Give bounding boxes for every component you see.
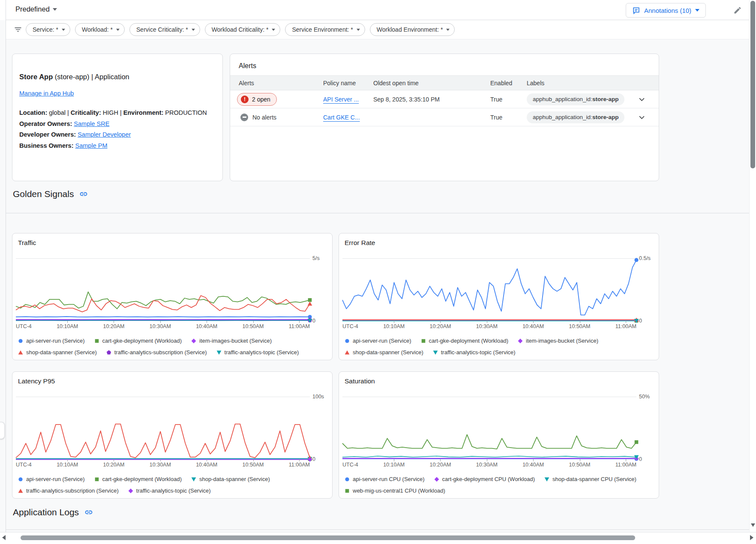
legend-item[interactable]: api-server-run (Service) <box>345 338 411 344</box>
expand-row-chevron[interactable] <box>638 96 645 103</box>
scroll-left-arrow-icon[interactable] <box>2 535 6 540</box>
legend-item[interactable]: api-server-run (Service) <box>18 338 85 344</box>
legend-item[interactable]: api-server-run CPU (Service) <box>345 476 425 482</box>
link-icon[interactable] <box>84 508 93 517</box>
legend-item[interactable]: traffic-analytics-subscription (Service) <box>106 349 207 356</box>
series-end-marker <box>308 298 312 302</box>
chart-title: Saturation <box>345 377 375 385</box>
legend-item[interactable]: cart-gke-deployment (Workload) <box>94 338 182 344</box>
chevron-down-icon <box>116 29 120 31</box>
edit-button[interactable] <box>732 5 743 16</box>
developer-owner-link[interactable]: Sampler Developer <box>78 131 131 138</box>
label-key: apphub_application_id: <box>533 114 592 120</box>
expand-row-chevron[interactable] <box>638 114 645 121</box>
legend-label: cart-gke-deployment CPU (Workload) <box>442 476 535 482</box>
chart-lines <box>342 259 636 321</box>
application-title: Store App (store-app) | Application <box>19 73 215 81</box>
x-axis-labels: UTC-410:10AM10:20AM10:30AM10:40AM10:50AM… <box>342 323 636 329</box>
x-axis-label: 10:40AM <box>522 462 544 468</box>
location-value: global | <box>47 109 71 116</box>
legend-item[interactable]: shop-data-spanner (Service) <box>191 476 270 482</box>
annotations-button[interactable]: Annotations (10) <box>626 3 706 18</box>
chip-label: Service Criticality: * <box>136 26 188 33</box>
x-axis-label: 10:30AM <box>476 323 498 329</box>
x-axis-label: 10:50AM <box>243 462 264 468</box>
legend-item[interactable]: api-server-run (Service) <box>18 476 85 482</box>
chart-plot-area <box>342 258 636 321</box>
alert-warning-icon: ! <box>241 96 249 103</box>
legend-item[interactable]: traffic-analytics-topic (Service) <box>216 349 299 356</box>
filter-chip-workload-environment[interactable]: Workload Environment: * <box>370 23 455 36</box>
filter-chip-service-criticality[interactable]: Service Criticality: * <box>129 23 200 36</box>
legend-item[interactable]: cart-gke-deployment (Workload) <box>94 476 182 482</box>
policy-name-link[interactable]: Cart GKE C... <box>323 114 360 121</box>
panel-edge-handle[interactable] <box>0 422 5 439</box>
legend-item[interactable]: shop-data-spanner CPU (Service) <box>544 476 636 482</box>
legend-item[interactable]: cart-gke-deployment CPU (Workload) <box>434 476 535 482</box>
scroll-right-arrow-icon[interactable] <box>750 535 753 540</box>
col-header-enabled: Enabled <box>490 80 512 87</box>
legend-marker-diamond-icon <box>191 338 196 344</box>
vertical-scrollbar[interactable] <box>749 0 756 532</box>
legend-item[interactable]: shop-data-spanner (Service) <box>18 349 97 356</box>
open-alerts-count: 2 open <box>252 96 270 103</box>
horizontal-scrollbar[interactable] <box>0 532 756 544</box>
series-end-marker <box>634 258 638 262</box>
labels-cell: apphub_application_id: store-app <box>527 111 624 123</box>
horizontal-scrollbar-thumb[interactable] <box>21 535 635 540</box>
vertical-scrollbar-thumb[interactable] <box>750 1 755 168</box>
legend-marker-circle-icon <box>18 338 23 344</box>
enabled-value: True <box>490 114 502 121</box>
alert-status-badge: !2 open <box>237 93 277 106</box>
legend-marker-diamond-icon <box>434 477 439 482</box>
filter-chip-service-environment[interactable]: Service Environment: * <box>285 23 365 36</box>
x-axis-labels: UTC-410:10AM10:20AM10:30AM10:40AM10:50AM… <box>16 462 310 468</box>
manage-in-app-hub-link[interactable]: Manage in App Hub <box>19 90 74 97</box>
operator-owner-link[interactable]: Sample SRE <box>74 120 109 127</box>
legend-item[interactable]: traffic-analytics-topic (Service) <box>128 487 211 494</box>
legend-marker-circle-icon <box>345 477 350 482</box>
legend-marker-triangle-down-icon <box>191 477 196 482</box>
legend-item[interactable]: shop-data-spanner (Service) <box>345 349 423 356</box>
filter-chip-service[interactable]: Service: * <box>26 23 70 36</box>
legend-label: cart-gke-deployment (Workload) <box>102 476 182 482</box>
chip-label: Service Environment: * <box>292 26 353 33</box>
business-owner-link[interactable]: Sample PM <box>75 142 108 149</box>
operator-owners-label: Operator Owners: <box>19 120 74 127</box>
content-bottom-divider <box>6 529 749 530</box>
legend-item[interactable]: traffic-analytics-subscription (Service) <box>18 487 119 494</box>
chart-legend: api-server-run CPU (Service)cart-gke-dep… <box>345 473 636 496</box>
legend-marker-square-icon <box>345 488 350 493</box>
legend-item[interactable]: item-images-bucket (Service) <box>518 338 598 344</box>
legend-marker-triangle-up-icon <box>18 350 23 355</box>
view-selector-dropdown[interactable]: Predefined <box>15 5 57 13</box>
legend-item[interactable]: web-mig-us-central1 CPU (Workload) <box>345 487 445 494</box>
scroll-down-arrow-icon[interactable] <box>751 523 755 527</box>
legend-label: traffic-analytics-topic (Service) <box>225 349 299 356</box>
link-icon[interactable] <box>79 190 88 198</box>
filter-chip-workload-criticality[interactable]: Workload Criticality: * <box>205 23 281 36</box>
no-alerts-icon <box>240 114 248 121</box>
filter-chip-workload[interactable]: Workload: * <box>75 23 125 36</box>
x-axis-label: 10:40AM <box>196 323 217 329</box>
x-axis-label: 11:00AM <box>289 462 310 468</box>
legend-item[interactable]: item-images-bucket (Service) <box>191 338 272 344</box>
legend-marker-triangle-up-icon <box>18 488 23 493</box>
policy-name-link[interactable]: API Server ... <box>323 96 359 103</box>
golden-signals-heading: Golden Signals <box>13 189 88 199</box>
chart-title: Traffic <box>18 239 36 247</box>
legend-item[interactable]: traffic-analytics-topic (Service) <box>433 349 516 356</box>
label-key: apphub_application_id: <box>533 96 592 102</box>
col-header-alerts: Alerts <box>239 80 254 87</box>
legend-label: shop-data-spanner (Service) <box>199 476 270 482</box>
traffic-chart-card: Traffic5/s0UTC-410:10AM10:20AM10:30AM10:… <box>12 233 333 360</box>
legend-label: shop-data-spanner (Service) <box>353 349 423 356</box>
legend-marker-circle-icon <box>345 338 350 344</box>
legend-label: shop-data-spanner CPU (Service) <box>552 476 636 482</box>
legend-item[interactable]: cart-gke-deployment (Workload) <box>421 338 508 344</box>
chart-plot-area <box>342 397 636 459</box>
col-header-labels: Labels <box>527 80 544 87</box>
legend-label: cart-gke-deployment (Workload) <box>429 338 508 344</box>
x-axis-label: 10:10AM <box>383 323 405 329</box>
chart-title: Error Rate <box>345 239 375 247</box>
